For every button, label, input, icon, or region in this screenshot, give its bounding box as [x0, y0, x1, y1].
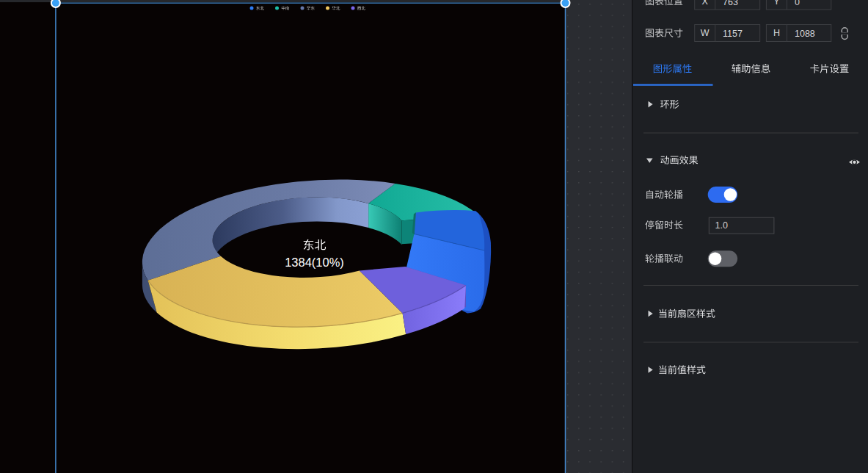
- svg-text:H: H: [773, 28, 780, 38]
- svg-text:1157: 1157: [723, 29, 743, 39]
- svg-text:1088: 1088: [795, 29, 815, 39]
- svg-text:0: 0: [795, 0, 800, 7]
- svg-text:W: W: [701, 28, 710, 38]
- svg-text:Y: Y: [773, 0, 780, 7]
- svg-text:1.0: 1.0: [715, 220, 728, 231]
- svg-text:763: 763: [723, 0, 738, 7]
- svg-text:1384(10%): 1384(10%): [285, 256, 344, 269]
- svg-text:X: X: [702, 0, 709, 7]
